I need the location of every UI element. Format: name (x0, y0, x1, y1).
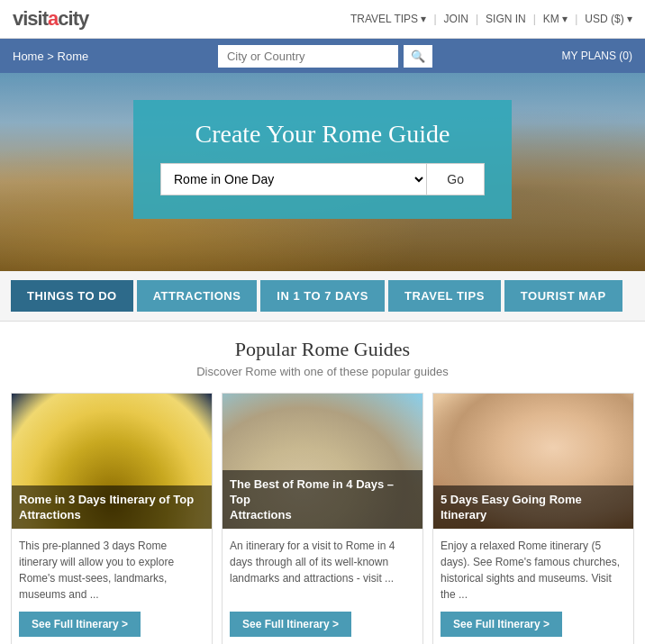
guide-form: Rome in One Day Rome in 2 Days Rome in 3… (160, 163, 485, 195)
search-button[interactable]: 🔍 (404, 45, 432, 68)
card2-description: An itinerary for a visit to Rome in 4 da… (230, 538, 415, 603)
breadcrumb: Home > Rome (13, 50, 88, 63)
currency-link[interactable]: USD ($) (585, 13, 632, 25)
sep2: | (476, 13, 478, 25)
card-rome-4-days: The Best of Rome in 4 Days – Top Attract… (222, 393, 423, 644)
logo-a: a (48, 7, 58, 30)
tab-nav: THINGS TO DO ATTRACTIONS IN 1 TO 7 DAYS … (0, 271, 645, 322)
breadcrumb-home[interactable]: Home (13, 50, 44, 63)
card1-label-line1: Rome in 3 Days Itinerary of Top (19, 493, 194, 506)
card2-image-wrap: The Best of Rome in 4 Days – Top Attract… (223, 394, 422, 529)
card2-label: The Best of Rome in 4 Days – Top Attract… (223, 470, 422, 529)
breadcrumb-sep: > (47, 50, 57, 63)
card-rome-3-days: Rome in 3 Days Itinerary of Top Attracti… (11, 393, 213, 644)
card2-itinerary-button[interactable]: See Full Itinerary > (230, 612, 351, 637)
card3-description: Enjoy a relaxed Rome itinerary (5 days).… (441, 538, 626, 603)
card3-label-line1: 5 Days Easy Going Rome Itinerary (441, 493, 582, 522)
tab-tourist-map[interactable]: TOURIST MAP (504, 280, 622, 312)
km-link[interactable]: KM (543, 13, 568, 25)
tab-travel-tips[interactable]: TRAVEL TIPS (388, 280, 501, 312)
join-link[interactable]: JOIN (444, 13, 468, 25)
popular-section: Popular Rome Guides Discover Rome with o… (0, 322, 645, 644)
logo-city: city (58, 7, 88, 30)
card3-image-wrap: 5 Days Easy Going Rome Itinerary (433, 394, 633, 529)
search-input[interactable] (218, 45, 398, 68)
guide-box: Create Your Rome Guide Rome in One Day R… (133, 100, 512, 219)
tab-things-to-do[interactable]: THINGS TO DO (11, 280, 133, 312)
card1-body: This pre-planned 3 days Rome itinerary w… (12, 529, 212, 644)
travel-tips-link[interactable]: TRAVEL TIPS (350, 13, 426, 25)
nav-bar: Home > Rome 🔍 MY PLANS (0) (0, 39, 645, 73)
tab-in-1-to-7-days[interactable]: IN 1 TO 7 DAYS (260, 280, 385, 312)
sep4: | (575, 13, 577, 25)
card2-label-line2: Attractions (230, 508, 292, 522)
card1-image-wrap: Rome in 3 Days Itinerary of Top Attracti… (12, 394, 212, 529)
sep3: | (533, 13, 536, 25)
card1-label-line2: Attractions (19, 508, 81, 522)
popular-subtitle: Discover Rome with one of these popular … (11, 365, 634, 378)
logo-visit: visit (13, 7, 48, 30)
top-nav: TRAVEL TIPS | JOIN | SIGN IN | KM | USD … (350, 13, 632, 25)
my-plans[interactable]: MY PLANS (0) (562, 50, 632, 62)
popular-title: Popular Rome Guides (11, 338, 634, 361)
search-area: 🔍 (218, 45, 432, 68)
card2-body: An itinerary for a visit to Rome in 4 da… (223, 529, 422, 644)
card1-description: This pre-planned 3 days Rome itinerary w… (19, 538, 204, 603)
guide-title: Create Your Rome Guide (160, 120, 485, 149)
card2-label-line1: The Best of Rome in 4 Days – Top (230, 477, 394, 506)
card3-label: 5 Days Easy Going Rome Itinerary (433, 485, 633, 529)
card1-label: Rome in 3 Days Itinerary of Top Attracti… (12, 485, 212, 529)
logo[interactable]: visitacity (13, 7, 88, 31)
sep1: | (433, 13, 436, 25)
guide-go-button[interactable]: Go (427, 163, 485, 195)
card3-itinerary-button[interactable]: See Full Itinerary > (441, 612, 562, 637)
card3-body: Enjoy a relaxed Rome itinerary (5 days).… (433, 529, 633, 644)
top-bar: visitacity TRAVEL TIPS | JOIN | SIGN IN … (0, 0, 645, 39)
card-rome-5-days: 5 Days Easy Going Rome Itinerary Enjoy a… (432, 393, 634, 644)
hero-section: Create Your Rome Guide Rome in One Day R… (0, 73, 645, 271)
guide-select[interactable]: Rome in One Day Rome in 2 Days Rome in 3… (160, 163, 427, 195)
sign-in-link[interactable]: SIGN IN (486, 13, 526, 25)
tab-attractions[interactable]: ATTRACTIONS (137, 280, 258, 312)
breadcrumb-rome: Rome (58, 50, 89, 63)
cards-container: Rome in 3 Days Itinerary of Top Attracti… (11, 393, 634, 644)
card1-itinerary-button[interactable]: See Full Itinerary > (19, 612, 141, 637)
